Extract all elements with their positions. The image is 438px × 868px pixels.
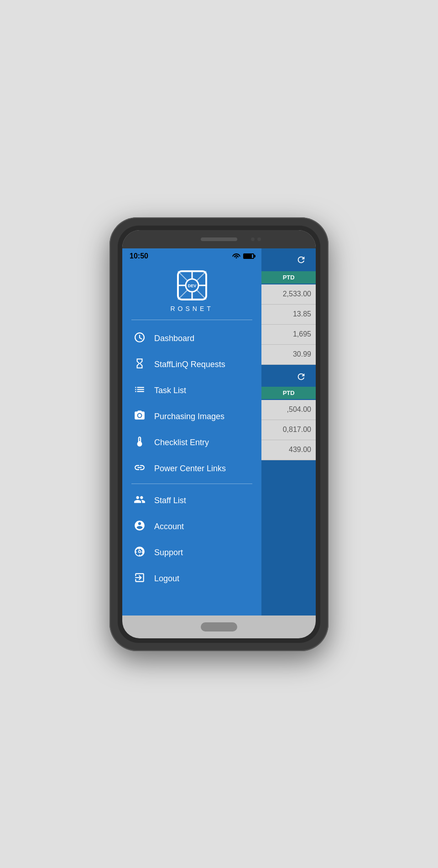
- data-row-6: 0,817.00: [261, 420, 316, 440]
- dashboard-label: Dashboard: [154, 334, 194, 343]
- thermometer-icon: [133, 436, 146, 450]
- home-indicator: [201, 622, 237, 631]
- link-icon: [133, 462, 146, 476]
- sidebar-item-purchasing[interactable]: Purchasing Images: [122, 404, 261, 430]
- account-label: Account: [154, 522, 184, 531]
- svg-point-10: [139, 551, 140, 552]
- logout-label: Logout: [154, 574, 179, 584]
- menu-items: Dashboard StaffLinQ Requests: [122, 324, 261, 615]
- data-row-7: 439.00: [261, 440, 316, 460]
- powercenter-label: Power Center Links: [154, 464, 226, 473]
- stafflinq-label: StaffLinQ Requests: [154, 360, 225, 369]
- refresh-button-2[interactable]: [292, 368, 310, 385]
- refresh-button-1[interactable]: [292, 252, 310, 268]
- sidebar-item-dashboard[interactable]: Dashboard: [122, 326, 261, 352]
- data-row-2: 13.85: [261, 305, 316, 325]
- life-ring-icon: [133, 546, 146, 560]
- purchasing-label: Purchasing Images: [154, 412, 224, 421]
- speedometer-icon: [133, 331, 146, 346]
- logo-area: DEV ROSNET: [122, 262, 261, 318]
- menu-divider-top: [131, 320, 252, 320]
- data-row-1: 2,533.00: [261, 284, 316, 305]
- right-panel: PTD 2,533.00 13.85 1,695 30.99: [261, 248, 316, 615]
- ptd-section-2: PTD ,504.00 0,817.00 439.00: [261, 387, 316, 460]
- phone-top-bar: [122, 230, 316, 248]
- phone-inner: 10:50: [118, 226, 320, 643]
- battery-icon: [243, 253, 254, 259]
- side-menu: 10:50: [122, 248, 261, 615]
- hourglass-icon: [133, 358, 146, 372]
- sidebar-item-stafflist[interactable]: Staff List: [122, 488, 261, 514]
- svg-text:DEV: DEV: [188, 284, 196, 288]
- phone-bottom-bar: [122, 615, 316, 638]
- account-circle-icon: [133, 520, 146, 534]
- status-icons: [232, 252, 254, 260]
- camera-icon: [133, 410, 146, 424]
- ptd-section-1: PTD 2,533.00 13.85 1,695 30.99: [261, 271, 316, 365]
- camera-dot-1: [251, 237, 255, 241]
- list-icon: [133, 384, 146, 398]
- phone-screen: 10:50: [122, 230, 316, 638]
- ptd-tab-1: PTD: [261, 271, 316, 284]
- sidebar-item-logout[interactable]: Logout: [122, 566, 261, 592]
- users-icon: [133, 494, 146, 508]
- phone-frame: 10:50: [110, 217, 328, 651]
- sidebar-item-tasklist[interactable]: Task List: [122, 378, 261, 404]
- sidebar-item-account[interactable]: Account: [122, 514, 261, 540]
- support-label: Support: [154, 548, 183, 558]
- checklist-label: Checklist Entry: [154, 438, 209, 447]
- menu-divider-bottom: [131, 484, 252, 484]
- data-row-3: 1,695: [261, 325, 316, 345]
- speaker: [201, 237, 237, 241]
- status-time: 10:50: [130, 252, 148, 260]
- data-row-4: 30.99: [261, 345, 316, 365]
- tasklist-label: Task List: [154, 386, 186, 395]
- right-panel-header-2: [261, 367, 316, 387]
- right-panel-header-1: [261, 248, 316, 271]
- sidebar-item-powercenter[interactable]: Power Center Links: [122, 456, 261, 482]
- status-bar: 10:50: [122, 248, 261, 262]
- sidebar-item-stafflinq[interactable]: StaffLinQ Requests: [122, 352, 261, 378]
- brand-name: ROSNET: [170, 305, 213, 312]
- sidebar-item-support[interactable]: Support: [122, 540, 261, 566]
- ptd-tab-2: PTD: [261, 387, 316, 399]
- wifi-icon: [232, 252, 240, 260]
- camera-dot-2: [257, 237, 261, 241]
- rosnet-logo: DEV: [176, 269, 208, 301]
- logout-icon: [133, 572, 146, 586]
- stafflist-label: Staff List: [154, 496, 186, 505]
- sidebar-item-checklist[interactable]: Checklist Entry: [122, 430, 261, 456]
- screen-content: 10:50: [122, 248, 316, 615]
- battery-fill: [244, 254, 252, 258]
- data-row-5: ,504.00: [261, 400, 316, 420]
- camera-dots: [251, 237, 261, 241]
